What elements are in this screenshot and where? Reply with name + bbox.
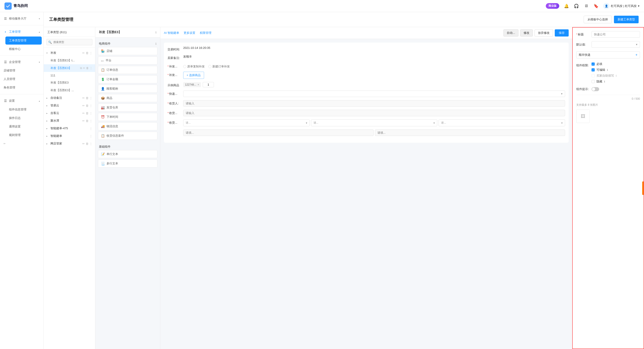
more-settings-button[interactable]: 更多设置 [184,30,195,36]
business-badge[interactable]: 商业版 [546,3,559,9]
radio-copy[interactable]: 原单复制补发 [183,64,205,68]
type-item[interactable]: 补发【百胜E3】t... [44,57,95,64]
default-select[interactable]: ▾ [592,41,640,48]
type-group-header[interactable]: ▸ 聚水潭 ✏ 🗑 ⋮ [44,117,95,125]
type-group-header[interactable]: ▸ 智能建单 ⋮ [44,132,95,140]
product-quantity-input[interactable] [203,82,214,87]
sidebar-item-enterprise[interactable]: ☰ 企业管理 ▾ [0,58,44,66]
more-icon[interactable]: ⋮ [90,134,92,138]
type-group-header[interactable]: ▸ 智能建单-475 ⋮ [44,125,95,132]
bookmark-icon[interactable]: 🔖 [593,3,599,9]
edit-icon[interactable]: ✏ [82,119,85,122]
sidebar-item-role[interactable]: 角色管理 [0,83,44,92]
delete-icon[interactable]: 🗑 [86,112,88,115]
search-input[interactable] [46,39,92,45]
type-group-header-bufa[interactable]: ▾ 补发 ✏ 🗑 ⋮ [44,49,95,57]
delete-icon[interactable]: 🗑 [86,51,88,55]
component-single-text[interactable]: 📝 单行文本 [98,150,158,158]
more-icon[interactable]: ⋮ [90,119,92,122]
abandon-button[interactable]: 放弃修改 [534,29,553,36]
ai-smart-button[interactable]: AI 智能建单 [164,30,179,36]
sidebar-collapse-btn[interactable]: ⇤ [0,140,44,147]
delete-icon[interactable]: 🗑 [86,104,88,107]
sidebar-item-mobile[interactable]: ☰ 移动服务大厅 ▾ [0,14,44,23]
sidebar-item-settings[interactable]: ☰ 设置 ▴ [0,96,44,105]
sidebar-item-operation-log[interactable]: 操作日志 [6,114,42,122]
copy-icon[interactable]: ⧉ [80,66,82,70]
sidebar-item-component-info[interactable]: 组件信息管理 [6,105,42,114]
delete-icon[interactable]: 🗑 [86,66,89,70]
type-group-header-auto[interactable]: ▸ 自动备注 ✏ 🗑 ⋮ [44,94,95,102]
checkbox-required[interactable]: ✓ [592,62,595,66]
edit-icon[interactable]: ✏ [82,142,85,145]
delete-icon[interactable]: 🗑 [86,142,88,145]
more-icon[interactable]: ⋮ [90,66,92,70]
component-warehouse[interactable]: 🏭 发货仓库 [98,103,158,112]
component-product[interactable]: 📦 商品 [98,94,158,102]
type-item[interactable]: 补发【百胜E3 [44,79,95,86]
component-order-time[interactable]: ⏰ 下单时间 [98,113,158,121]
express-field[interactable]: ▾ [183,90,565,97]
sidebar-item-general-settings[interactable]: 通用设置 [6,122,42,131]
modify-button[interactable]: 修改 [520,29,533,36]
component-platform[interactable]: ⚏ 平台 [98,56,158,64]
province-select[interactable]: 请... ▾ [183,119,310,126]
phone-input[interactable] [183,110,565,116]
template-center-button[interactable]: 从模板中心选择 [584,16,612,23]
sidebar-item-staff[interactable]: 人员管理 [0,75,44,83]
sidebar-item-template[interactable]: 模板中心 [6,45,42,53]
checkbox-hidden[interactable] [592,80,595,83]
delete-icon[interactable]: 🗑 [86,96,88,100]
component-shipping-info[interactable]: 📋 收货信息套件 [98,132,158,140]
edit-icon[interactable]: ✏ [82,104,85,107]
delete-icon[interactable]: 🗑 [86,119,88,122]
type-group-header[interactable]: ▸ 吉客云 ✏ 🗑 ⋮ [44,109,95,117]
component-order-amount[interactable]: 💲 订单金额 [98,75,158,83]
sidebar-item-type-management[interactable]: 工单类型管理 [6,36,42,44]
edit-icon[interactable]: ✏ [83,66,85,70]
select-product-button[interactable]: + 选择商品 [183,72,204,79]
component-shop[interactable]: 🏪 店铺 [98,47,158,55]
more-icon[interactable]: ⋮ [90,142,92,145]
fill-input-1[interactable] [183,129,374,136]
sidebar-item-shop[interactable]: 店铺管理 [0,66,44,75]
auto-button[interactable]: 自动... [504,29,518,36]
product-close-icon[interactable]: × [198,83,199,86]
component-order-info[interactable]: 📋 订单信息 [98,66,158,74]
edit-icon[interactable]: ✏ [82,96,85,100]
permission-management-button[interactable]: 权限管理 [200,30,212,36]
headset-icon[interactable]: 🎧 [574,3,579,9]
more-icon[interactable]: ⋮ [90,51,92,55]
more-icon[interactable]: ⋮ [90,96,92,100]
notification-icon[interactable]: 🔔 [564,3,569,9]
component-customer[interactable]: 👤 顾客昵称 [98,85,158,93]
save-button[interactable]: 保存 [555,29,569,36]
receiver-input[interactable] [183,100,565,107]
user-info[interactable]: 👤 杜可风按 | 杜可风按 ▾ [603,3,640,9]
more-icon[interactable]: ⋮ [90,104,92,107]
sidebar-item-workorder[interactable]: ▪ 工单管理 ▴ [0,27,44,36]
type-group-header[interactable]: ▸ 管易云 ✏ 🗑 ⋮ [44,102,95,109]
title-input[interactable] [592,31,640,38]
radio-new[interactable]: 新建订单补发 [208,64,230,68]
monitor-icon[interactable]: 🖥 [584,3,589,9]
checkbox-editable[interactable]: ✓ [592,68,595,71]
express-select[interactable]: ▾ [183,90,565,97]
edit-icon[interactable]: ✏ [82,51,85,55]
more-icon[interactable]: ⋮ [90,112,92,115]
component-multi-text[interactable]: 📃 多行文本 [98,159,158,168]
new-type-button[interactable]: 新建工单类型 [614,16,638,23]
more-icon[interactable]: ⋮ [90,127,92,130]
prompt-toggle[interactable] [592,87,599,91]
component-logistics[interactable]: 🚚 物流信息 [98,122,158,130]
type-group-header[interactable]: ▸ 网店管家 ✏ 🗑 ⋮ [44,140,95,147]
type-item[interactable]: 补发【百胜E3】... [44,86,95,94]
edit-icon[interactable]: ✏ [82,112,85,115]
fill-input-2[interactable] [375,129,565,136]
image-upload-button[interactable]: 🖼 [576,109,590,123]
sidebar-item-rule-management[interactable]: 规则管理 [6,131,42,139]
type-item-active[interactable]: 补发【百胜E3】 ⧉ ✏ 🗑 ⋮ [44,64,95,72]
add-tag-button[interactable]: + [636,53,638,57]
type-item[interactable]: 111 [44,72,95,79]
district-select[interactable]: 请... ▾ [438,119,565,126]
